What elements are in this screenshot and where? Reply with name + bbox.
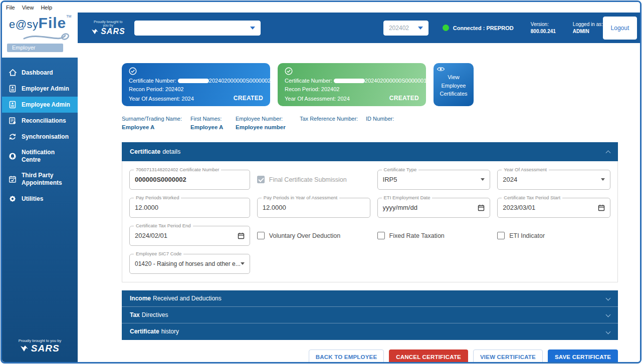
certificate-details-panel: Certificate details 7060713148202402 Cer… — [122, 142, 618, 282]
main-content: Certificate Number:202402000000S0000002 … — [78, 43, 640, 362]
chevron-down-icon — [606, 296, 611, 301]
sars-tagline: Proudly brought to you by — [2, 338, 78, 343]
calendar-check-icon — [8, 175, 17, 183]
certificate-card-green[interactable]: Certificate Number:202402000000S0000001 … — [278, 63, 426, 106]
certificate-details-header[interactable]: Certificate details — [122, 142, 618, 161]
chevron-down-icon — [481, 178, 485, 181]
certificate-type-select[interactable]: Certificate Type IRP5 — [377, 170, 491, 190]
logo-file-text: File — [39, 15, 67, 31]
sidebar-item-label: Reconciliations — [22, 117, 66, 125]
income-received-section-header[interactable]: Income Received and Deductions — [122, 290, 618, 307]
logged-in-label: Logged in as: — [573, 21, 603, 28]
sidebar-item-third-party-appointments[interactable]: Third Party Appointments — [2, 168, 78, 191]
sars-brand-text: SARS — [31, 343, 60, 353]
version-label: Version: — [531, 21, 556, 28]
chevron-down-icon — [418, 27, 423, 30]
final-certificate-submission-checkbox: Final Certificate Submission — [257, 170, 370, 190]
sidebar-item-label: Synchronisation — [22, 133, 69, 141]
id-card-icon — [8, 85, 17, 93]
eye-icon — [437, 66, 445, 72]
sidebar-item-dashboard[interactable]: Dashboard — [2, 65, 78, 81]
logout-button[interactable]: Logout — [603, 17, 637, 40]
certificate-number-field[interactable]: 7060713148202402 Certificate Number 0000… — [129, 170, 250, 190]
sidebar-item-synchronisation[interactable]: Synchronisation — [2, 129, 78, 145]
pay-periods-in-year-field[interactable]: Pay Periods in Year of Assessment 12.000… — [257, 198, 370, 218]
back-to-employee-button[interactable]: BACK TO EMPLOYEE — [309, 349, 384, 362]
eti-employment-date-field[interactable]: ETI Employment Date yyyy/mm/dd — [377, 198, 491, 218]
tax-directives-section-header[interactable]: Tax Directives — [122, 307, 618, 323]
chevron-down-icon — [250, 27, 255, 30]
chevron-down-icon — [606, 329, 611, 334]
sidebar-item-utilities[interactable]: Utilities — [2, 191, 78, 207]
save-certificate-button[interactable]: SAVE CERTIFICATE — [548, 349, 618, 362]
chevron-down-icon — [241, 262, 245, 265]
logged-in-value: ADMIN — [573, 28, 603, 35]
eti-indicator-checkbox[interactable]: ETI Indicator — [497, 226, 610, 246]
voluntary-over-deduction-checkbox[interactable]: Voluntary Over Deduction — [257, 226, 370, 246]
view-certificate-button[interactable]: VIEW CERTIFICATE — [473, 349, 543, 362]
pay-periods-worked-field[interactable]: Pay Periods Worked 12.0000 — [129, 198, 250, 218]
sars-brand-text: SARS — [101, 27, 125, 36]
sidebar-item-employer-admin[interactable]: Employer Admin — [2, 81, 78, 97]
chevron-down-icon — [606, 312, 611, 317]
section-title-rest: details — [162, 148, 180, 155]
app-window: File View Help e@syFileTM Employer — [1, 1, 641, 363]
document-icon — [8, 117, 17, 125]
fixed-rate-taxation-checkbox[interactable]: Fixed Rate Taxation — [377, 226, 491, 246]
recon-period: Recon Period: 202402 — [129, 86, 263, 92]
certificate-number-label: Certificate Number: — [285, 78, 332, 84]
connection-status-text: Connected : PREPROD — [453, 25, 514, 31]
certificate-number-label: Certificate Number: — [129, 78, 176, 84]
top-header-bar: Proudly brought to you by SARS 202402 — [78, 13, 640, 43]
certificate-history-section-header[interactable]: Certificate history — [122, 323, 618, 340]
view-btn-line: Certificates — [437, 90, 471, 98]
sidebar-item-employee-admin[interactable]: Employee Admin — [2, 97, 78, 113]
calendar-icon[interactable] — [598, 204, 605, 211]
employer-badge: Employer — [7, 44, 63, 52]
menu-view[interactable]: View — [22, 5, 34, 11]
menu-help[interactable]: Help — [41, 5, 52, 11]
checkbox-icon[interactable] — [497, 232, 505, 239]
bell-icon — [8, 152, 17, 160]
calendar-icon[interactable] — [238, 232, 245, 239]
period-select[interactable]: 202402 — [383, 21, 429, 36]
view-employee-certificates-button[interactable]: View Employee Certificates — [434, 63, 474, 106]
employee-info-row: Surname/Trading Name:Employee A First Na… — [122, 115, 618, 132]
sidebar-item-notification-centre[interactable]: Notification Centre — [2, 145, 78, 168]
sidebar-item-label: Employer Admin — [22, 85, 69, 93]
check-circle-icon — [285, 67, 293, 75]
employee-sic7-code-select[interactable]: Employee SIC7 Code 01420 - Raising of ho… — [129, 254, 250, 274]
checkbox-checked-icon — [257, 176, 265, 183]
employer-select[interactable] — [134, 21, 261, 36]
sidebar-item-label: Utilities — [22, 195, 43, 203]
cancel-certificate-button[interactable]: CANCEL CERTIFICATE — [389, 349, 468, 362]
sidebar-item-label: Third Party Appointments — [22, 172, 68, 187]
connection-status: Connected : PREPROD — [443, 25, 514, 31]
recon-period: Recon Period: 202402 — [285, 86, 419, 92]
header-sars-logo: Proudly brought to you by SARS — [91, 20, 125, 36]
sidebar-sars-logo: Proudly brought to you by SARS — [2, 338, 78, 362]
year-of-assessment-select[interactable]: Year Of Assessment 2024 — [497, 170, 610, 190]
employee-number: Employee Number:Employee number — [236, 115, 300, 132]
certificate-number-value: 202402000000S0000001 — [365, 78, 427, 84]
certificate-card-blue[interactable]: Certificate Number:202402000000S0000002 … — [122, 63, 270, 106]
certificate-tax-period-start-field[interactable]: Certificate Tax Period Start 2023/03/01 — [497, 198, 610, 218]
calendar-icon[interactable] — [478, 204, 485, 211]
employee-tax-reference: Tax Reference Number: — [300, 115, 366, 132]
certificate-tax-period-end-field[interactable]: Certificate Tax Period End 2024/02/01 — [129, 226, 250, 246]
sidebar-item-reconciliations[interactable]: Reconciliations — [2, 113, 78, 129]
checkbox-icon[interactable] — [257, 232, 265, 239]
menu-bar: File View Help — [2, 2, 640, 13]
section-title-bold: Certificate — [130, 148, 160, 155]
sars-tagline: Proudly brought to you by — [91, 20, 125, 27]
sidebar-item-label: Notification Centre — [22, 149, 75, 164]
employee-surname: Surname/Trading Name:Employee A — [122, 115, 190, 132]
version-info: Version: 800.00.241 — [531, 21, 556, 35]
menu-file[interactable]: File — [6, 5, 15, 11]
certificate-number-value: 202402000000S0000002 — [209, 78, 271, 84]
sidebar-item-label: Employee Admin — [22, 101, 70, 109]
year-of-assessment: Year Of Assessment: 2024 — [129, 96, 194, 102]
checkbox-icon[interactable] — [377, 232, 385, 239]
easyfile-logo: e@syFileTM Employer — [2, 13, 78, 58]
id-card-icon — [8, 101, 17, 109]
